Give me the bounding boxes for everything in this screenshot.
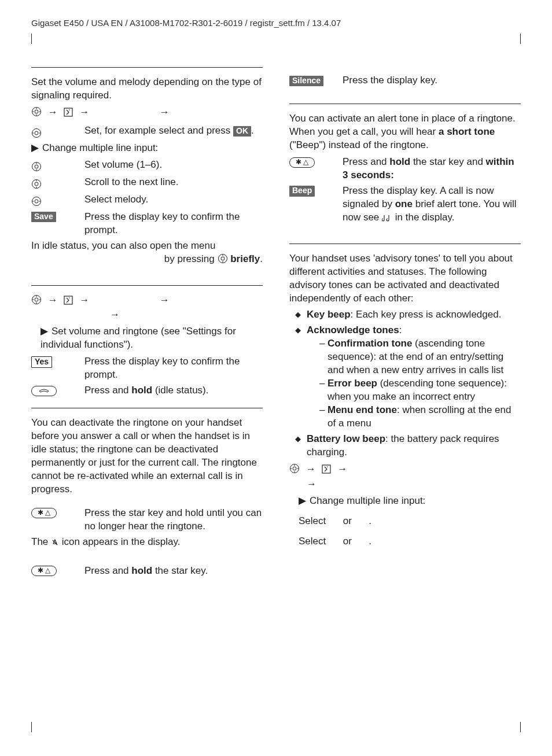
section-divider xyxy=(289,104,521,104)
step-beep: Beep Press the display key. A call is no… xyxy=(289,185,521,226)
nav-lr-icon xyxy=(31,195,42,208)
crop-marks-bottom xyxy=(31,722,521,732)
step-star: ✱ △ Press the star key and hold until yo… xyxy=(31,507,263,533)
sub-error: Error beep (descending tone sequence): w… xyxy=(319,377,521,404)
crop-marks xyxy=(31,34,521,44)
beep-display-icon xyxy=(382,213,392,226)
section-divider xyxy=(31,285,263,286)
svg-point-1 xyxy=(35,110,38,113)
nav-updown-icon xyxy=(31,160,42,174)
alert-tone-intro: You can activate an alert tone in place … xyxy=(289,112,521,152)
bullet-set-volume: ▶Set volume and ringtone (see "Settings … xyxy=(41,325,263,352)
svg-rect-2 xyxy=(64,108,72,116)
nav-icon xyxy=(289,463,300,478)
star-key-icon: ✱ △ xyxy=(31,508,57,518)
icon-appears: The icon appears in the display. xyxy=(31,536,263,551)
bell-off-icon xyxy=(51,537,59,551)
content-columns: Set the volume and melody depending on t… xyxy=(31,57,521,705)
advisory-intro: Your handset uses 'advisory tones' to te… xyxy=(289,252,521,305)
svg-point-17 xyxy=(293,467,296,470)
text: Set, for example select xyxy=(84,125,187,136)
section-divider xyxy=(289,244,521,244)
silence-key: Silence xyxy=(289,76,323,86)
svg-point-8 xyxy=(35,182,38,186)
nav-icon xyxy=(31,294,42,309)
nav-sequence-1: → → → xyxy=(31,106,263,121)
svg-rect-18 xyxy=(322,465,330,473)
svg-point-10 xyxy=(35,200,38,203)
nav-icon xyxy=(218,253,228,268)
svg-point-6 xyxy=(35,165,38,168)
svg-point-14 xyxy=(35,298,38,301)
step-melody: Select melody. xyxy=(31,193,263,208)
sub-confirmation: Confirmation tone (ascending tone sequen… xyxy=(319,337,521,377)
save-key: Save xyxy=(31,212,56,222)
svg-point-4 xyxy=(35,131,38,135)
step-volume: Set volume (1–6). xyxy=(31,158,263,174)
change-multiline: ▶Change multiple line input: xyxy=(31,142,263,155)
step-set-example: Set, for example select and press OK. xyxy=(31,124,263,139)
step-save: Save Press the display key to confirm th… xyxy=(31,211,263,237)
text: . xyxy=(251,125,254,136)
svg-point-12 xyxy=(221,257,225,260)
ok-key: OK xyxy=(233,126,251,137)
yes-key: Yes xyxy=(31,356,52,368)
advisory-list: Key beep: Each key press is acknowledged… xyxy=(289,308,521,459)
deactivate-intro: You can deactivate the ringtone on your … xyxy=(31,416,263,496)
nav-sequence-2: → → → → xyxy=(31,294,263,322)
settings-box-icon xyxy=(64,296,73,309)
section-divider xyxy=(31,408,263,408)
step-yes: Yes Press the display key to confirm the… xyxy=(31,355,263,382)
select-row-1: Select or . xyxy=(299,515,521,528)
step-star-2: ✱ △ Press and hold the star key. xyxy=(31,565,263,578)
section-divider xyxy=(31,67,263,68)
nav-icon xyxy=(31,106,42,121)
idle-note: In idle status, you can also open the me… xyxy=(31,239,263,268)
beep-key: Beep xyxy=(289,186,315,196)
nav-icon xyxy=(31,126,42,139)
settings-box-icon xyxy=(322,464,331,478)
star-key-icon: ✱ △ xyxy=(31,566,57,576)
step-silence: Silence Press the display key. xyxy=(289,74,521,87)
text: and press xyxy=(187,125,233,136)
intro-paragraph: Set the volume and melody depending on t… xyxy=(31,76,263,102)
change-multiline-2: ▶Change multiple line input: xyxy=(299,495,521,508)
step-scroll: Scroll to the next line. xyxy=(31,176,263,191)
hangup-key-icon xyxy=(31,386,57,396)
sub-menu-end: Menu end tone: when scrolling at the end… xyxy=(319,404,521,430)
svg-rect-15 xyxy=(64,296,72,304)
step-star-hold: ✱ △ Press and hold the star key and with… xyxy=(289,156,521,182)
nav-updown-icon xyxy=(31,178,42,191)
settings-box-icon xyxy=(64,108,73,121)
select-row-2: Select or . xyxy=(299,535,521,548)
step-hangup: Press and hold (idle status). xyxy=(31,384,263,397)
nav-sequence-3: → → → xyxy=(289,463,521,491)
star-key-icon: ✱ △ xyxy=(289,157,315,168)
